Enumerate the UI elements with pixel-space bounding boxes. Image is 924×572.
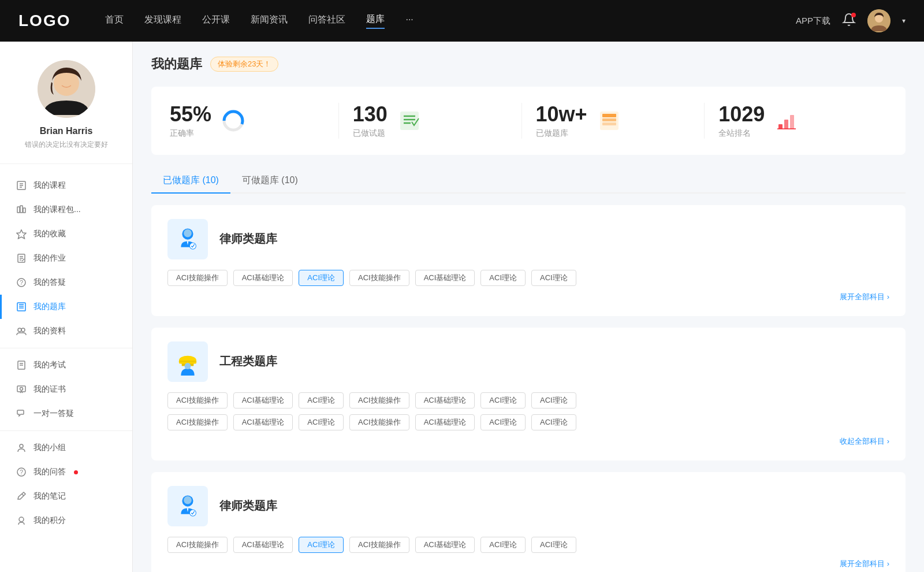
sidebar-item-my-points[interactable]: 我的积分 xyxy=(0,508,132,533)
my-notes-label: 我的笔记 xyxy=(33,491,66,502)
tag-lawyer2-6[interactable]: ACI理论 xyxy=(531,537,576,553)
nav-link-news[interactable]: 新闻资讯 xyxy=(251,14,288,28)
questions-done-icon xyxy=(397,108,422,133)
tag-lawyer1-0[interactable]: ACI技能操作 xyxy=(167,270,228,286)
tag-eng-2[interactable]: ACI理论 xyxy=(299,392,344,408)
tab-available-banks[interactable]: 可做题库 (10) xyxy=(230,169,310,194)
svg-rect-18 xyxy=(17,303,25,311)
bank-card-lawyer-2: 律师类题库 ACI技能操作 ACI基础理论 ACI理论 ACI技能操作 ACI基… xyxy=(151,472,906,572)
tag-eng-5[interactable]: ACI理论 xyxy=(480,392,526,408)
tag-lawyer1-1[interactable]: ACI基础理论 xyxy=(233,270,293,286)
tag-eng2-0[interactable]: ACI技能操作 xyxy=(167,414,228,430)
expand-lawyer-1[interactable]: 展开全部科目 › xyxy=(167,292,889,302)
nav-link-questionbank[interactable]: 题库 xyxy=(366,13,385,29)
tag-lawyer2-1[interactable]: ACI基础理论 xyxy=(233,537,293,553)
nav-link-home[interactable]: 首页 xyxy=(105,14,124,28)
bank-icon-lawyer-1 xyxy=(167,219,208,259)
nav-link-opencourse[interactable]: 公开课 xyxy=(202,14,230,28)
nav-link-qa[interactable]: 问答社区 xyxy=(308,14,345,28)
my-exams-label: 我的考试 xyxy=(33,360,66,370)
divider-1 xyxy=(0,348,132,348)
avatar-image xyxy=(867,9,891,32)
svg-rect-9 xyxy=(20,206,23,213)
certificates-label: 我的证书 xyxy=(33,384,66,395)
user-avatar[interactable] xyxy=(867,9,891,32)
tag-eng2-6[interactable]: ACI理论 xyxy=(531,414,576,430)
sidebar-menu: 我的课程 我的课程包... 我的收藏 xyxy=(0,164,132,533)
tag-lawyer2-0[interactable]: ACI技能操作 xyxy=(167,537,228,553)
tag-lawyer1-2[interactable]: ACI理论 xyxy=(299,270,344,286)
tag-eng-1[interactable]: ACI基础理论 xyxy=(233,392,293,408)
my-notes-icon xyxy=(16,491,27,502)
sidebar-item-my-notes[interactable]: 我的笔记 xyxy=(0,484,132,508)
tag-eng2-2[interactable]: ACI理论 xyxy=(299,414,344,430)
sidebar-item-my-courses[interactable]: 我的课程 xyxy=(0,173,132,198)
tag-lawyer2-3[interactable]: ACI技能操作 xyxy=(349,537,409,553)
sidebar-item-question-bank[interactable]: 我的题库 xyxy=(0,295,132,319)
tag-lawyer1-6[interactable]: ACI理论 xyxy=(531,270,576,286)
table-icon xyxy=(599,110,620,131)
my-points-label: 我的积分 xyxy=(33,515,66,526)
tag-lawyer1-3[interactable]: ACI技能操作 xyxy=(349,270,409,286)
svg-point-28 xyxy=(20,388,23,391)
sidebar-item-1on1-qa[interactable]: 一对一答疑 xyxy=(0,402,132,426)
my-questions-label: 我的问答 xyxy=(33,467,66,477)
bank-title-engineer: 工程类题库 xyxy=(219,354,277,369)
tag-eng2-4[interactable]: ACI基础理论 xyxy=(415,414,475,430)
tag-eng2-3[interactable]: ACI技能操作 xyxy=(349,414,409,430)
tag-lawyer1-4[interactable]: ACI基础理论 xyxy=(415,270,475,286)
tag-eng-4[interactable]: ACI基础理论 xyxy=(415,392,475,408)
sidebar: Brian Harris 错误的决定比没有决定要好 我的课程 xyxy=(0,42,133,572)
stat-ranking-value: 1029 xyxy=(718,103,765,126)
engineer-icon-svg xyxy=(174,348,202,376)
question-bank-icon xyxy=(16,302,27,312)
sidebar-item-my-materials[interactable]: 我的资料 xyxy=(0,319,132,343)
svg-text:?: ? xyxy=(20,469,23,476)
sidebar-item-my-qa[interactable]: ? 我的答疑 xyxy=(0,270,132,295)
homework-label: 我的作业 xyxy=(33,253,66,263)
bank-icon-engineer xyxy=(167,341,208,382)
sidebar-item-my-questions[interactable]: ? 我的问答 xyxy=(0,460,132,484)
profile-section: Brian Harris 错误的决定比没有决定要好 xyxy=(0,60,132,164)
page-wrapper: Brian Harris 错误的决定比没有决定要好 我的课程 xyxy=(0,42,924,572)
tag-lawyer2-5[interactable]: ACI理论 xyxy=(480,537,526,553)
collapse-engineer[interactable]: 收起全部科目 › xyxy=(167,436,889,447)
my-courses-label: 我的课程 xyxy=(33,180,66,191)
sidebar-item-certificates[interactable]: 我的证书 xyxy=(0,377,132,402)
profile-motto: 错误的决定比没有决定要好 xyxy=(25,140,108,150)
lawyer-icon-svg xyxy=(174,225,202,253)
page-title: 我的题库 xyxy=(151,55,202,73)
tag-eng-3[interactable]: ACI技能操作 xyxy=(349,392,409,408)
expand-lawyer-2[interactable]: 展开全部科目 › xyxy=(167,559,889,569)
tag-lawyer1-5[interactable]: ACI理论 xyxy=(480,270,526,286)
tab-done-banks[interactable]: 已做题库 (10) xyxy=(151,169,230,194)
sidebar-item-my-groups[interactable]: 我的小组 xyxy=(0,436,132,460)
svg-point-23 xyxy=(21,328,25,332)
tag-lawyer2-2[interactable]: ACI理论 xyxy=(299,537,344,553)
nav-link-discover[interactable]: 发现课程 xyxy=(144,14,181,28)
bank-tags-row1-engineer: ACI技能操作 ACI基础理论 ACI理论 ACI技能操作 ACI基础理论 AC… xyxy=(167,392,889,408)
tag-eng2-5[interactable]: ACI理论 xyxy=(480,414,526,430)
tag-lawyer2-4[interactable]: ACI基础理论 xyxy=(415,537,475,553)
profile-avatar[interactable] xyxy=(38,60,95,118)
sidebar-item-my-exams[interactable]: 我的考试 xyxy=(0,353,132,377)
stat-banks-done: 10w+ 已做题库 xyxy=(522,103,705,139)
svg-marker-11 xyxy=(17,230,26,239)
app-download-button[interactable]: APP下载 xyxy=(796,16,830,27)
nav-link-more[interactable]: ··· xyxy=(405,14,413,27)
avatar-svg xyxy=(867,9,891,32)
accuracy-chart-icon xyxy=(221,108,246,133)
sidebar-item-homework[interactable]: 我的作业 xyxy=(0,246,132,270)
notification-bell[interactable] xyxy=(842,13,856,29)
tag-eng-6[interactable]: ACI理论 xyxy=(531,392,576,408)
user-dropdown-arrow[interactable]: ▾ xyxy=(902,17,906,25)
svg-rect-44 xyxy=(778,124,783,129)
svg-rect-8 xyxy=(17,207,20,213)
favorites-icon xyxy=(16,229,27,239)
bank-card-header-2: 工程类题库 xyxy=(167,341,889,382)
sidebar-item-favorites[interactable]: 我的收藏 xyxy=(0,222,132,246)
tag-eng2-1[interactable]: ACI基础理论 xyxy=(233,414,293,430)
tag-eng-0[interactable]: ACI技能操作 xyxy=(167,392,228,408)
sidebar-item-course-package[interactable]: 我的课程包... xyxy=(0,198,132,222)
svg-rect-45 xyxy=(784,120,788,129)
